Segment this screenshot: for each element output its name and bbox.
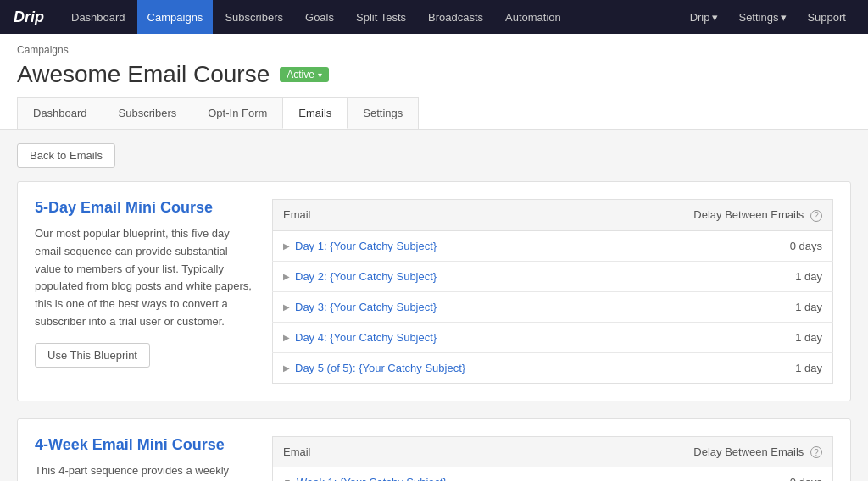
row-expand-icon: ▶ <box>283 272 290 281</box>
email-week1-link[interactable]: ▼Week 1: {Your Catchy Subject} <box>283 476 572 481</box>
nav-settings[interactable]: Settings ▾ <box>730 11 795 24</box>
tab-emails[interactable]: Emails <box>282 97 348 129</box>
blueprint-4week-desc: This 4-part sequence provides a weekly d… <box>35 462 255 482</box>
back-to-emails-button[interactable]: Back to Emails <box>17 143 115 168</box>
blueprint-5day: 5-Day Email Mini Course Our most popular… <box>17 181 851 401</box>
col-email-header: Email <box>273 200 596 231</box>
nav-broadcasts[interactable]: Broadcasts <box>418 0 493 34</box>
email-day5-link[interactable]: ▶Day 5 (of 5): {Your Catchy Subject} <box>283 362 585 374</box>
status-caret-icon: ▾ <box>318 70 322 80</box>
blueprint-4week-right: Email Delay Between Emails ? ▼Week 1: {Y… <box>272 436 833 482</box>
col-email-header-4w: Email <box>273 436 582 467</box>
blueprint-5day-left: 5-Day Email Mini Course Our most popular… <box>35 199 255 384</box>
nav-dashboard[interactable]: Dashboard <box>61 0 136 34</box>
col-delay-header: Delay Between Emails ? <box>595 200 832 231</box>
blueprint-5day-right: Email Delay Between Emails ? ▶Day 1: {Yo… <box>272 199 833 384</box>
blueprint-4week-title: 4-Week Email Mini Course <box>35 436 255 454</box>
breadcrumb: Campaigns <box>17 44 851 56</box>
tab-subscribers[interactable]: Subscribers <box>103 97 193 129</box>
row-expand-icon: ▶ <box>283 241 290 251</box>
row-expand-icon: ▶ <box>283 333 290 342</box>
main-content: Back to Emails 5-Day Email Mini Course O… <box>0 130 868 481</box>
tab-settings[interactable]: Settings <box>347 97 419 129</box>
nav-drip[interactable]: Drip ▾ <box>682 11 727 24</box>
blueprint-4week: 4-Week Email Mini Course This 4-part seq… <box>17 418 851 482</box>
nav-campaigns[interactable]: Campaigns <box>137 0 214 34</box>
table-row: ▶Day 5 (of 5): {Your Catchy Subject} 1 d… <box>273 352 833 383</box>
col-delay-header-4w: Delay Between Emails ? <box>582 436 833 467</box>
row-expand-icon: ▶ <box>283 302 290 312</box>
blueprint-5day-title: 5-Day Email Mini Course <box>35 199 255 217</box>
delay-help-icon[interactable]: ? <box>810 210 822 222</box>
status-badge[interactable]: Active ▾ <box>280 67 329 82</box>
title-row: Awesome Email Course Active ▾ <box>17 61 851 88</box>
nav-goals[interactable]: Goals <box>295 0 344 34</box>
nav-automation[interactable]: Automation <box>495 0 571 34</box>
page-header: Campaigns Awesome Email Course Active ▾ … <box>0 34 868 130</box>
email-day3-link[interactable]: ▶Day 3: {Your Catchy Subject} <box>283 301 585 313</box>
email-day1-link[interactable]: ▶Day 1: {Your Catchy Subject} <box>283 240 585 252</box>
tab-dashboard[interactable]: Dashboard <box>17 97 103 129</box>
email-day2-link[interactable]: ▶Day 2: {Your Catchy Subject} <box>283 270 585 283</box>
blueprint-4week-table: Email Delay Between Emails ? ▼Week 1: {Y… <box>272 436 833 482</box>
blueprint-5day-table: Email Delay Between Emails ? ▶Day 1: {Yo… <box>272 199 833 384</box>
nav-subscribers[interactable]: Subscribers <box>214 0 293 34</box>
table-row: ▶Day 2: {Your Catchy Subject} 1 day <box>273 261 833 291</box>
tab-bar: Dashboard Subscribers Opt-In Form Emails… <box>17 97 851 129</box>
blueprint-5day-desc: Our most popular blueprint, this five da… <box>35 225 255 331</box>
blueprint-4week-left: 4-Week Email Mini Course This 4-part seq… <box>35 436 255 482</box>
table-row: ▶Day 3: {Your Catchy Subject} 1 day <box>273 291 833 322</box>
table-row: ▼Week 1: {Your Catchy Subject} 0 days <box>273 467 833 482</box>
table-row: ▶Day 4: {Your Catchy Subject} 1 day <box>273 322 833 352</box>
tab-opt-in-form[interactable]: Opt-In Form <box>192 97 283 129</box>
page-title: Awesome Email Course <box>17 61 270 88</box>
use-5day-blueprint-button[interactable]: Use This Blueprint <box>35 343 150 368</box>
table-row: ▶Day 1: {Your Catchy Subject} 0 days <box>273 230 833 261</box>
nav-links: Dashboard Campaigns Subscribers Goals Sp… <box>61 0 682 34</box>
top-navigation: Drip Dashboard Campaigns Subscribers Goa… <box>0 0 868 34</box>
row-expand-icon: ▶ <box>283 363 290 373</box>
nav-support[interactable]: Support <box>798 11 854 24</box>
delay-help-icon-4w[interactable]: ? <box>810 446 822 458</box>
email-day4-link[interactable]: ▶Day 4: {Your Catchy Subject} <box>283 331 585 344</box>
nav-right: Drip ▾ Settings ▾ Support <box>682 11 854 24</box>
nav-split-tests[interactable]: Split Tests <box>346 0 416 34</box>
row-collapse-icon: ▼ <box>283 478 292 481</box>
logo[interactable]: Drip <box>14 8 44 26</box>
